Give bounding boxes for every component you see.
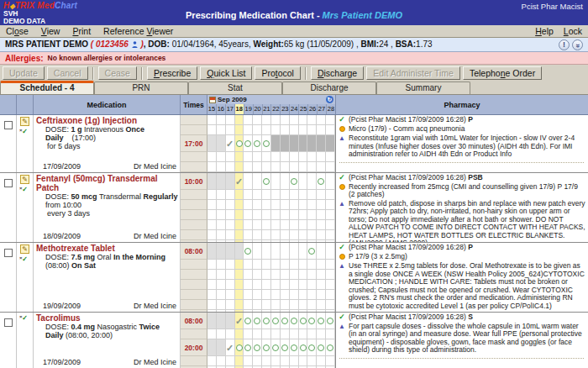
menu-item-close[interactable]: Close <box>6 26 29 36</box>
row-checkbox[interactable] <box>4 121 13 129</box>
prescribe-button[interactable]: Prescribe <box>147 66 197 80</box>
timeline-cell[interactable] <box>262 339 271 356</box>
menu-item-print[interactable]: Print <box>72 26 91 36</box>
timeline-cell[interactable] <box>290 313 299 329</box>
timeline-cell[interactable]: ✓ <box>235 173 244 190</box>
calendar-icon[interactable] <box>209 97 216 103</box>
chart-review-icon[interactable]: ✓× <box>20 255 29 265</box>
pharmacy-separator <box>339 162 584 163</box>
menu-items-right: HelpLock <box>535 26 582 36</box>
timeline-cell[interactable] <box>290 339 299 356</box>
order-note-icon[interactable]: ✎ <box>20 117 29 126</box>
timeline-cell <box>226 220 235 230</box>
timeline-cell <box>235 240 244 242</box>
timeline-cell[interactable]: ✓ <box>226 135 235 152</box>
row-checkbox[interactable] <box>4 318 13 327</box>
timeline-cell[interactable] <box>262 313 271 329</box>
timeline-cell[interactable] <box>253 313 262 329</box>
timeline-cell <box>226 356 235 366</box>
timeline-cell <box>326 152 335 162</box>
timeline-cell[interactable] <box>307 243 317 260</box>
due-dose-icon <box>281 344 288 351</box>
timeline-cell[interactable] <box>244 135 253 152</box>
timeline-cell <box>244 300 253 310</box>
timeline-cell <box>281 280 290 290</box>
menu-item-help[interactable]: Help <box>535 26 554 36</box>
medication-row[interactable]: ✓×TacrolimusDOSE: 0.4 mg Nasogastric Twi… <box>0 312 588 368</box>
timeline-cell <box>307 280 317 290</box>
timeline-cell[interactable] <box>244 339 253 356</box>
tab-summary[interactable]: Summary <box>376 81 470 94</box>
day-header-15: 15 <box>207 104 216 114</box>
timeline-cell[interactable] <box>244 313 253 329</box>
time-spacer <box>181 260 207 270</box>
advice-triangle-icon: ▲ <box>339 323 345 330</box>
timeline-cell[interactable] <box>281 313 290 329</box>
timeline-cell[interactable] <box>262 173 271 190</box>
timeline-cell[interactable]: ✓ <box>226 339 235 356</box>
day-header-16: 16 <box>216 104 225 114</box>
row-checkbox[interactable] <box>4 179 13 187</box>
timeline-cell[interactable] <box>326 339 335 356</box>
expand-icon[interactable]: » <box>572 39 583 50</box>
timeline-cell[interactable] <box>326 313 335 329</box>
menu-item-reference-viewer[interactable]: Reference Viewer <box>103 26 173 36</box>
medication-row[interactable]: ✎✓×Ceftriaxone (1g) InjectionDOSE: 1 g I… <box>0 115 588 172</box>
protocol-button[interactable]: Protocol <box>255 66 301 80</box>
timeline-cell <box>317 230 326 240</box>
timeline-cell[interactable] <box>253 339 262 356</box>
discharge-button[interactable]: Discharge <box>311 66 364 80</box>
timeline-cell[interactable] <box>262 135 271 152</box>
timeline-cell[interactable] <box>235 135 244 152</box>
timeline-cell[interactable] <box>235 339 244 356</box>
pharmacist-check-icon: ✓ <box>339 173 345 181</box>
refresh-icon[interactable]: ↻ <box>326 96 333 103</box>
timeline-cell[interactable] <box>271 313 281 329</box>
chart-review-icon[interactable]: ✓× <box>20 314 29 323</box>
timeline-cell[interactable]: ✓ <box>235 313 244 329</box>
pharmacy-note-code: P <box>468 243 473 251</box>
menu-item-view[interactable]: View <box>41 26 60 36</box>
timeline-cell[interactable] <box>317 339 326 356</box>
timeline-cell[interactable] <box>317 173 326 190</box>
timeline-cell[interactable] <box>307 313 317 329</box>
alerts-icon[interactable]: ! <box>559 39 570 50</box>
telephone-order-button[interactable]: Telephone Order <box>463 66 542 80</box>
time-spacer <box>181 310 207 312</box>
timeline-cell[interactable] <box>244 243 253 260</box>
annotation-dot-icon <box>339 254 345 260</box>
timeline-cell[interactable] <box>317 313 326 329</box>
chart-review-icon[interactable]: ✓× <box>20 186 29 195</box>
prescription-footer: 19/09/2009Dr Med Icine <box>36 302 178 311</box>
timeline-cell <box>262 243 271 260</box>
quick-list-button[interactable]: Quick List <box>200 66 252 80</box>
timeline-cell[interactable] <box>299 313 308 329</box>
timeline-cell <box>235 280 244 290</box>
timeline-cell[interactable] <box>281 339 290 356</box>
timeline-cell <box>290 200 299 210</box>
timeline-cells <box>207 260 335 270</box>
order-note-icon[interactable]: ✎ <box>20 175 29 184</box>
day-header-17: 17 <box>225 104 234 114</box>
medication-row[interactable]: ✎✓×Methotrexate TabletDOSE: 7.5 mg Oral … <box>0 242 588 312</box>
timeline-cell[interactable] <box>271 339 281 356</box>
timeline-cell <box>226 210 235 220</box>
tab-discharge[interactable]: Discharge <box>282 81 376 94</box>
timeline-cell[interactable] <box>307 339 317 356</box>
timeline-cell <box>307 270 317 280</box>
due-dose-icon <box>272 318 279 324</box>
timeline-cell[interactable] <box>290 173 299 190</box>
prescriber-name: Dr Med Icine <box>134 162 176 171</box>
order-note-icon[interactable]: ✎ <box>20 244 29 254</box>
tab-stat[interactable]: Stat <box>188 81 282 94</box>
chart-review-icon[interactable]: ✓× <box>20 128 29 137</box>
timeline-cell[interactable] <box>253 135 262 152</box>
timeline-cell <box>235 190 244 200</box>
timeline-cell[interactable] <box>299 339 308 356</box>
medication-row[interactable]: ✎✓×Fentanyl (50mcg) Transdermal PatchDOS… <box>0 172 588 242</box>
timeline-cell <box>299 290 308 300</box>
menu-item-lock[interactable]: Lock <box>564 26 582 36</box>
tab-prn[interactable]: PRN <box>94 81 188 94</box>
row-checkbox[interactable] <box>4 249 13 257</box>
tab-scheduled-4[interactable]: Scheduled - 4 <box>0 81 94 94</box>
